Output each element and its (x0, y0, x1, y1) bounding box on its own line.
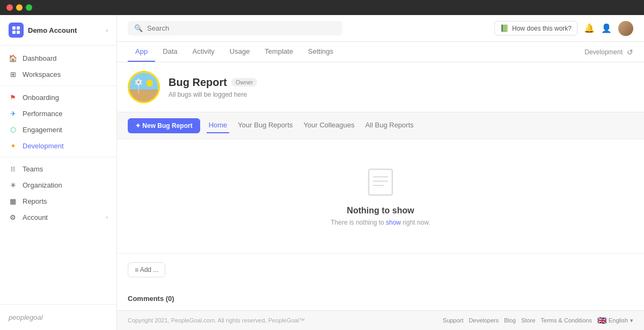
app-header: Bug Report Owner All bugs will be logged… (117, 62, 644, 112)
tab-activity[interactable]: Activity (185, 42, 222, 62)
search-bar[interactable]: 🔍 (128, 21, 342, 35)
content-area: Nothing to show There is nothing to show… (117, 139, 644, 310)
sidebar-item-label: Organization (23, 181, 62, 189)
flag-icon: ⚑ (9, 93, 17, 102)
comments-title: Comments (0) (128, 295, 633, 303)
sub-tab-all-bug-reports[interactable]: All Bug Reports (363, 118, 415, 133)
user-icon[interactable]: 👤 (601, 23, 612, 33)
sidebar-item-label: Performance (23, 110, 62, 118)
sidebar-item-organization[interactable]: ✳ Organization (0, 177, 116, 193)
svg-point-3 (147, 80, 153, 87)
sidebar-footer: peoplegoal (0, 304, 116, 330)
empty-state: Nothing to show There is nothing to show… (117, 139, 644, 253)
tab-data[interactable]: Data (155, 42, 185, 62)
sidebar-item-label: Teams (23, 165, 43, 173)
chevron-right-icon: › (106, 27, 108, 33)
sidebar-item-label: Workspaces (23, 70, 61, 78)
chart-icon: ⬡ (9, 125, 17, 134)
terms-link[interactable]: Terms & Conditions (541, 317, 592, 324)
copyright-text: Copyright 2021, PeopleGoal.com. All righ… (128, 317, 305, 324)
search-input[interactable] (147, 24, 336, 32)
environment-label: Development (584, 48, 623, 56)
tab-usage[interactable]: Usage (222, 42, 258, 62)
account-icon: ⚙ (9, 213, 17, 221)
sub-tabs: ✦ New Bug Report Home Your Bug Reports Y… (117, 112, 644, 139)
refresh-icon[interactable]: ↺ (627, 48, 633, 56)
sidebar-item-label: Onboarding (23, 94, 59, 102)
account-switcher[interactable]: Demo Account › (0, 15, 116, 46)
app-info: Bug Report Owner All bugs will be logged… (169, 76, 633, 98)
search-icon: 🔍 (134, 24, 143, 32)
svg-rect-9 (369, 169, 392, 195)
titlebar (0, 0, 644, 15)
sub-tab-your-colleagues[interactable]: Your Colleagues (302, 118, 357, 133)
sidebar-item-label: Account (23, 213, 48, 221)
empty-icon (364, 166, 397, 198)
house-icon: 🏠 (9, 54, 17, 62)
sidebar-item-onboarding[interactable]: ⚑ Onboarding (0, 89, 116, 105)
header-right: 📗 How does this work? 🔔 👤 (494, 21, 633, 36)
grid-icon: ⊞ (9, 70, 17, 78)
blog-link[interactable]: Blog (504, 317, 516, 324)
brand-logo: peoplegoal (9, 313, 108, 321)
tab-app[interactable]: App (128, 42, 155, 62)
header: 🔍 📗 How does this work? 🔔 👤 (117, 15, 644, 42)
gear-icon: ✳ (9, 181, 17, 189)
sidebar-item-label: Engagement (23, 126, 62, 134)
bolt-icon: ✈ (9, 109, 17, 118)
maximize-button[interactable] (26, 4, 32, 11)
sidebar-navigation: 🏠 Dashboard ⊞ Workspaces ⚑ Onboarding ✈ … (0, 46, 116, 304)
add-button[interactable]: ≡ Add ... (128, 262, 165, 277)
close-button[interactable] (6, 4, 13, 11)
sidebar-item-development[interactable]: ✦ Development (0, 138, 116, 154)
top-tabs: App Data Activity Usage Template Setting… (117, 42, 644, 62)
help-button-label: How does this work? (512, 25, 572, 32)
account-name: Demo Account (28, 26, 77, 34)
traffic-lights (6, 4, 32, 11)
chevron-right-icon: › (106, 214, 108, 220)
notifications-icon[interactable]: 🔔 (584, 23, 595, 33)
nav-divider (0, 85, 116, 86)
report-icon: ▦ (9, 197, 17, 205)
new-bug-report-button[interactable]: ✦ New Bug Report (128, 118, 200, 133)
store-link[interactable]: Store (521, 317, 535, 324)
minimize-button[interactable] (16, 4, 23, 11)
app-title: Bug Report (169, 76, 227, 89)
help-button[interactable]: 📗 How does this work? (494, 21, 577, 35)
empty-description: There is nothing to show right now. (331, 219, 430, 226)
app-description: All bugs will be logged here (169, 91, 633, 98)
tab-settings[interactable]: Settings (301, 42, 341, 62)
flag-icon: 🇬🇧 (597, 316, 606, 325)
app-logo (9, 23, 24, 38)
footer: Copyright 2021, PeopleGoal.com. All righ… (117, 310, 644, 330)
tab-template[interactable]: Template (257, 42, 301, 62)
avatar[interactable] (618, 21, 633, 36)
developers-link[interactable]: Developers (469, 317, 499, 324)
sidebar-item-label: Reports (23, 197, 47, 205)
tabs-left: App Data Activity Usage Template Setting… (128, 42, 341, 62)
sidebar-item-label: Development (23, 142, 64, 150)
language-selector[interactable]: 🇬🇧 English ▾ (597, 316, 633, 325)
show-link[interactable]: show (386, 219, 401, 226)
sidebar-item-performance[interactable]: ✈ Performance (0, 105, 116, 121)
app-icon (128, 71, 160, 103)
users-icon: ⁞⁞ (9, 164, 17, 173)
support-link[interactable]: Support (443, 317, 464, 324)
sidebar-item-workspaces[interactable]: ⊞ Workspaces (0, 66, 116, 82)
sidebar: Demo Account › 🏠 Dashboard ⊞ Workspaces … (0, 15, 117, 330)
footer-links: Support Developers Blog Store Terms & Co… (443, 316, 633, 325)
sidebar-item-dashboard[interactable]: 🏠 Dashboard (0, 50, 116, 66)
nav-divider-2 (0, 157, 116, 157)
sidebar-item-engagement[interactable]: ⬡ Engagement (0, 121, 116, 138)
sidebar-item-teams[interactable]: ⁞⁞ Teams (0, 161, 116, 177)
content-inner: Nothing to show There is nothing to show… (117, 139, 644, 310)
main-content: 🔍 📗 How does this work? 🔔 👤 App Data (117, 15, 644, 330)
sidebar-item-reports[interactable]: ▦ Reports (0, 193, 116, 209)
sub-tab-home[interactable]: Home (207, 118, 230, 133)
sidebar-item-account[interactable]: ⚙ Account › (0, 209, 116, 225)
language-label: English (609, 317, 628, 324)
svg-point-8 (137, 81, 140, 83)
chevron-down-icon: ▾ (630, 317, 633, 324)
sub-tab-your-bug-reports[interactable]: Your Bug Reports (236, 118, 295, 133)
star-icon: ✦ (9, 141, 17, 150)
